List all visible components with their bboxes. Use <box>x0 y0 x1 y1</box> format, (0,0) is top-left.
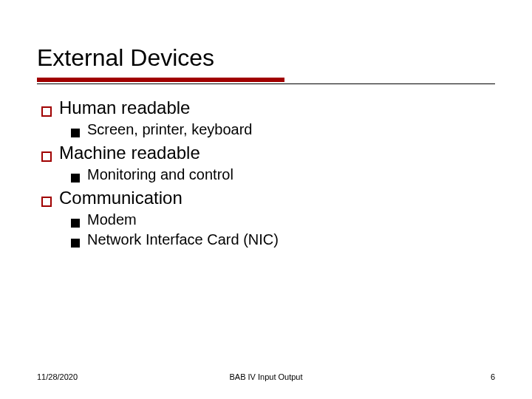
list-item: Human readable <box>41 98 495 118</box>
list-subitem: Monitoring and control <box>71 166 495 183</box>
list-item: Communication <box>41 188 495 208</box>
slide-title: External Devices <box>37 44 495 72</box>
title-bar-red <box>37 78 284 82</box>
list-item-label: Communication <box>59 188 183 208</box>
list-subitem-label: Screen, printer, keyboard <box>87 121 252 138</box>
footer: 11/28/2020 BAB IV Input Output 6 <box>0 372 532 381</box>
filled-square-icon <box>71 174 80 183</box>
filled-square-icon <box>71 239 80 248</box>
list-subitem: Network Interface Card (NIC) <box>71 231 495 248</box>
list-subitem: Screen, printer, keyboard <box>71 121 495 138</box>
filled-square-icon <box>71 129 80 137</box>
hollow-square-icon <box>41 106 52 117</box>
list-item-label: Machine readable <box>59 143 200 163</box>
hollow-square-icon <box>41 151 52 162</box>
list-subitem-label: Network Interface Card (NIC) <box>87 231 279 248</box>
list-subitem: Modem <box>71 211 495 228</box>
footer-page: 6 <box>491 372 495 381</box>
filled-square-icon <box>71 219 80 228</box>
footer-center: BAB IV Input Output <box>229 372 302 381</box>
footer-date: 11/28/2020 <box>37 372 78 381</box>
title-underline <box>37 78 495 84</box>
list-item-label: Human readable <box>59 98 190 118</box>
list-subitem-label: Modem <box>87 211 137 228</box>
hollow-square-icon <box>41 197 52 207</box>
list-item: Machine readable <box>41 143 495 163</box>
title-bar-thin <box>37 83 495 84</box>
content: Human readable Screen, printer, keyboard… <box>37 98 495 248</box>
list-subitem-label: Monitoring and control <box>87 166 233 183</box>
slide: External Devices Human readable Screen, … <box>0 0 532 248</box>
